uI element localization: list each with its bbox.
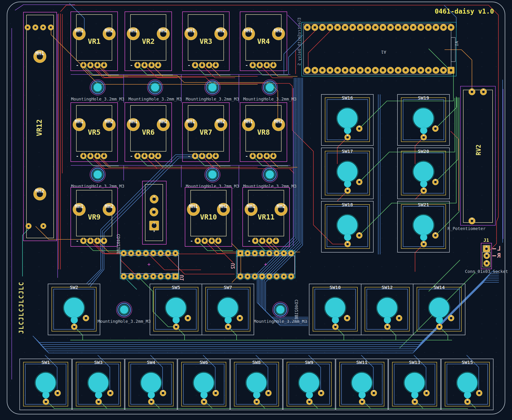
switch-sw12[interactable]: 12SW12 — [361, 284, 413, 335]
copper-trace[interactable] — [103, 159, 258, 167]
mounting-hole-1[interactable]: MountingHole_3.2mm_M3 — [71, 80, 124, 101]
footprint-vr5[interactable]: MH1MH2VR5-1234 — [71, 103, 118, 162]
header-ref-mirrored[interactable]: A1 — [381, 50, 386, 55]
copper-trace[interactable] — [90, 158, 206, 287]
switch-sw9[interactable]: 12SW9 — [283, 359, 335, 410]
rv2-ref-text[interactable]: RV2 — [475, 144, 482, 156]
switch-plunger-hole — [337, 215, 357, 235]
switch-sw21[interactable]: 12SW21 — [397, 201, 449, 252]
switch-sw2[interactable]: 12SW2 — [48, 284, 100, 335]
net-label-left[interactable]: L — [497, 245, 501, 252]
switch-sw8[interactable]: 12SW8 — [230, 359, 282, 410]
footprint-vr6[interactable]: MH1MH2VR6-1234 — [125, 103, 172, 162]
vr-ref-label: VR11 — [258, 213, 275, 221]
copper-trace[interactable] — [126, 279, 137, 290]
rv2-value-text[interactable]: R_Potentiometer — [448, 226, 486, 231]
switch-sw18[interactable]: 12SW18 — [321, 201, 373, 252]
switch-sw1[interactable]: 12SW1 — [20, 359, 72, 410]
switch-sw16[interactable]: 12SW16 — [321, 94, 373, 145]
pad-number: 4 — [103, 62, 105, 64]
switch-sw17[interactable]: 12SW17 — [321, 148, 373, 199]
net-label-right[interactable]: R — [497, 252, 501, 259]
footprint-j1[interactable]: 123 — [481, 243, 492, 269]
footprint-u1[interactable] — [120, 250, 179, 280]
footprint-vr2[interactable]: MH1MH2VR2-1234 — [125, 12, 172, 71]
mounting-hole-9[interactable]: MountingHole_3.2mm_M3 — [254, 302, 307, 324]
pad-number: 2 — [435, 125, 436, 128]
pad-number: 2 — [450, 315, 452, 318]
footprint-vr8[interactable]: MH1MH2VR8-1234 — [240, 103, 287, 162]
copper-trace[interactable] — [445, 50, 472, 60]
copper-trace[interactable] — [415, 244, 424, 272]
u2-value-mirrored[interactable]: CD4021BE — [294, 300, 299, 320]
footprint-vr11[interactable]: MH1MH2VR11-1234 — [243, 188, 289, 247]
switch-plunger-hole — [377, 298, 397, 318]
switch-sw4[interactable]: 12SW4 — [125, 359, 177, 410]
footprint-vr9[interactable]: MH1MH2VR9-1234 — [71, 188, 118, 247]
switch-sw10[interactable]: 12SW10 — [309, 284, 361, 335]
footprint-vr4[interactable]: MH1MH2VR4-1234 — [240, 12, 287, 71]
switch-sw6[interactable]: 12SW6 — [178, 359, 230, 410]
switch-plunger-hole — [64, 298, 84, 318]
pad-number: 1 — [252, 62, 253, 64]
footprint-vr1[interactable]: MH1MH2VR1-1234 — [71, 12, 118, 71]
mh2-label: MH2 — [216, 119, 225, 124]
fab-brand-text[interactable]: JLCJLCJLCJLC — [18, 281, 25, 334]
pin-number: 1 — [450, 69, 452, 72]
copper-trace[interactable] — [51, 28, 278, 130]
switch-sw13[interactable]: 12SW13 — [389, 359, 441, 410]
footprint-vr10[interactable]: MH1MH2VR10-1234 — [185, 188, 232, 247]
mounting-hole-5[interactable]: MountingHole_3.2mm_M3 — [71, 167, 124, 188]
u1-ref-mirrored[interactable]: U1 — [179, 275, 185, 281]
copper-trace[interactable] — [264, 78, 308, 324]
pad-number: 2 — [85, 315, 87, 318]
board-title-text[interactable]: 0461-daisy v1.0 — [435, 8, 494, 15]
pad-number: 1 — [255, 237, 256, 240]
switch-sw20[interactable]: 12SW20 — [397, 148, 449, 199]
switch-sw15[interactable]: 12SW15 — [441, 359, 493, 410]
switch-sw14[interactable]: 12SW14 — [413, 284, 465, 335]
copper-trace[interactable] — [88, 156, 206, 285]
mounting-hole-2[interactable]: MountingHole_3.2mm_M3 — [128, 80, 182, 101]
switch-ref-label: SW19 — [418, 95, 429, 101]
daisy-module-side-text[interactable]: ElectroSmith_Daisy_S — [297, 18, 302, 66]
copper-trace[interactable] — [38, 278, 499, 349]
mh1-label: MH1 — [75, 119, 84, 124]
copper-trace[interactable] — [429, 49, 453, 99]
copper-trace[interactable] — [87, 155, 206, 284]
footprint-vr3[interactable]: MH1MH2VR3-1234 — [182, 12, 229, 71]
vr-ref-label: VR6 — [142, 128, 155, 136]
copper-trace[interactable] — [257, 78, 308, 317]
mounting-hole-6[interactable]: MountingHole_3.2mm_M3 — [186, 167, 239, 188]
copper-trace[interactable] — [36, 226, 102, 240]
j1-ref-text[interactable]: J1 — [483, 237, 489, 243]
copper-trace[interactable] — [308, 31, 330, 69]
switch-sw11[interactable]: 12SW11 — [336, 359, 388, 410]
copper-trace[interactable] — [435, 98, 457, 129]
switch-sw7[interactable]: 12SW7 — [202, 284, 254, 335]
pad-number: 4 — [273, 152, 274, 155]
switch-ref-label: SW21 — [418, 202, 429, 208]
footprint-a1-daisy-header[interactable]: 2120221923182417251626152714281329123011… — [302, 22, 456, 76]
switch-sw19[interactable]: 12SW19 — [397, 94, 449, 145]
mounting-hole-7[interactable]: MountingHole_3.2mm_M3 — [243, 167, 297, 188]
u1-value-mirrored[interactable]: CD4021BE — [116, 234, 121, 254]
copper-trace[interactable] — [435, 98, 459, 235]
copper-trace[interactable] — [359, 97, 456, 235]
header-ref-side-mirrored[interactable]: A1 — [454, 41, 459, 46]
footprint-rv2[interactable]: 123 — [460, 86, 495, 225]
switch-sw3[interactable]: 12SW3 — [72, 359, 124, 410]
mounting-hole-label: MountingHole_3.2mm_M3 — [186, 184, 239, 188]
mounting-hole-3[interactable]: MountingHole_3.2mm_M3 — [186, 80, 239, 101]
pin-number: 11 — [374, 69, 377, 72]
j1-value-text[interactable]: Conn_01x03_Socket — [465, 269, 508, 274]
mounting-hole-8[interactable]: MountingHole_3.2mm_M3 — [97, 302, 151, 324]
switch-sw5[interactable]: 12SW5 — [150, 284, 202, 335]
copper-trace[interactable] — [259, 78, 308, 319]
pin-number: 40 — [450, 26, 453, 29]
footprint-vr12[interactable]: MH1MH2VR12 — [23, 12, 57, 241]
switch-plunger-hole — [413, 108, 434, 128]
footprint-vr7[interactable]: MH1MH2VR7-1234 — [182, 103, 229, 162]
pad-number: 1 — [471, 88, 473, 91]
u2-ref-mirrored[interactable]: U2 — [230, 263, 236, 269]
